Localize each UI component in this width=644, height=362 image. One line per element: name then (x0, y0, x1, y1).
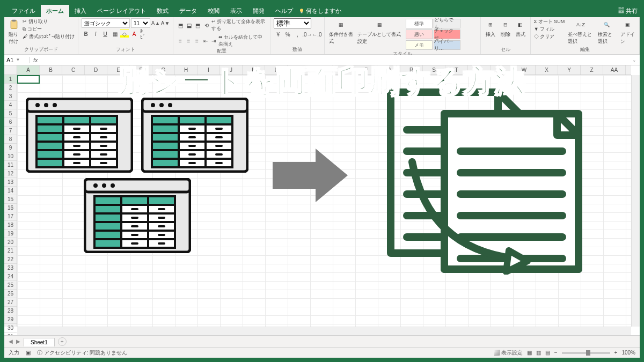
row-header-15[interactable]: 15 (4, 195, 17, 204)
row-header-18[interactable]: 18 (4, 221, 17, 230)
font-color-button[interactable]: A (130, 29, 138, 38)
font-name-select[interactable]: 游ゴシック (82, 18, 130, 28)
col-header-J[interactable]: J (220, 65, 243, 75)
percent-format-button[interactable]: % (283, 30, 292, 39)
cut-button[interactable]: ✂ 切り取り (23, 18, 75, 25)
row-header-3[interactable]: 3 (4, 92, 17, 101)
col-header-U[interactable]: U (468, 65, 491, 75)
align-middle-button[interactable]: ⬓ (185, 21, 193, 29)
row-header-23[interactable]: 23 (4, 264, 17, 272)
col-header-G[interactable]: G (152, 65, 175, 75)
row-header-14[interactable]: 14 (4, 187, 17, 195)
decrease-font-button[interactable]: A▼ (161, 19, 170, 27)
align-bottom-button[interactable]: ⬒ (194, 21, 201, 29)
row-header-22[interactable]: 22 (4, 255, 17, 264)
row-header-13[interactable]: 13 (4, 178, 17, 187)
row-headers[interactable]: 1234567891011121314151617181920212223242… (4, 75, 17, 327)
sort-filter-button[interactable]: A↓Z並べ替えと選択 (567, 18, 595, 46)
row-header-16[interactable]: 16 (4, 204, 17, 212)
row-header-19[interactable]: 19 (4, 230, 17, 238)
format-cells-button[interactable]: ◧書式 (514, 18, 527, 39)
italic-button[interactable]: I (91, 29, 100, 38)
col-header-W[interactable]: W (513, 65, 536, 75)
formula-bar-expand-icon[interactable]: ⌄ (629, 57, 640, 63)
row-header-17[interactable]: 17 (4, 212, 17, 221)
align-right-button[interactable]: ≡ (193, 36, 201, 45)
orientation-button[interactable]: ⟲ (203, 21, 210, 29)
tab-developer[interactable]: 開発 (247, 5, 270, 17)
cell-style-5[interactable]: ハイパーリ… (434, 40, 460, 50)
sheet-nav-next[interactable]: ▶ (16, 338, 20, 344)
col-header-Q[interactable]: Q (378, 65, 400, 75)
macro-record-icon[interactable]: ▣ (26, 350, 31, 356)
row-header-20[interactable]: 20 (4, 238, 17, 247)
copy-button[interactable]: ⧉ コピー (23, 26, 75, 33)
border-button[interactable]: ▦ (111, 29, 119, 38)
select-all-corner[interactable] (4, 65, 17, 75)
align-center-button[interactable]: ≡ (185, 36, 193, 45)
col-header-N[interactable]: N (310, 65, 333, 75)
zoom-out-button[interactable]: − (554, 350, 558, 356)
comma-format-button[interactable]: , (293, 30, 302, 39)
row-header-28[interactable]: 28 (4, 307, 17, 315)
column-headers[interactable]: ABCDEFGHIJKLMNOPQRSTUVWXYZAA (17, 65, 631, 75)
add-sheet-button[interactable]: + (58, 337, 67, 346)
row-header-21[interactable]: 21 (4, 247, 17, 255)
col-header-R[interactable]: R (400, 65, 423, 75)
col-header-B[interactable]: B (40, 65, 62, 75)
increase-decimal-button[interactable]: .0→ (303, 30, 311, 39)
row-header-31[interactable]: 31 (4, 333, 17, 335)
view-page-break-button[interactable]: ▤ (545, 350, 550, 356)
row-header-5[interactable]: 5 (4, 109, 17, 118)
col-header-I[interactable]: I (197, 65, 220, 75)
wrap-text-button[interactable]: ↩ 折り返して全体を表示する (211, 18, 267, 32)
phonetic-button[interactable]: ﾙﾋﾞ (140, 29, 148, 38)
row-header-2[interactable]: 2 (4, 84, 17, 92)
col-header-M[interactable]: M (288, 65, 310, 75)
zoom-in-button[interactable]: + (614, 350, 618, 356)
col-header-K[interactable]: K (243, 65, 265, 75)
sheet-tab-sheet1[interactable]: Sheet1 (24, 338, 55, 346)
tab-help[interactable]: ヘルプ (270, 5, 298, 17)
cell-styles-gallery[interactable]: 標準どちらでも…悪いチェック セ…メモハイパーリ… (405, 18, 477, 50)
view-normal-button[interactable]: ▦ (527, 350, 532, 356)
row-header-27[interactable]: 27 (4, 298, 17, 307)
format-painter-button[interactable]: 🖌 書式のｺﾋﾟｰ/貼り付け (23, 33, 75, 40)
col-header-F[interactable]: F (130, 65, 152, 75)
cell-style-4[interactable]: メモ (406, 40, 433, 50)
find-select-button[interactable]: 🔍検索と選択 (597, 18, 617, 46)
addins-button[interactable]: ▣アドイン (619, 18, 636, 46)
tab-view[interactable]: 表示 (225, 5, 247, 17)
tab-file[interactable]: ファイル (6, 5, 41, 17)
row-header-29[interactable]: 29 (4, 315, 17, 324)
bold-button[interactable]: B (82, 29, 90, 38)
autosum-button[interactable]: Σ オート SUM (534, 18, 565, 25)
row-header-26[interactable]: 26 (4, 290, 17, 298)
insert-cells-button[interactable]: ⊞挿入 (484, 18, 497, 39)
font-size-select[interactable]: 11 (131, 18, 150, 28)
col-header-P[interactable]: P (355, 65, 378, 75)
row-header-30[interactable]: 30 (4, 324, 17, 333)
accessibility-status[interactable]: ⓘ アクセシビリティ: 問題ありません (37, 349, 127, 357)
col-header-L[interactable]: L (265, 65, 288, 75)
col-header-D[interactable]: D (85, 65, 107, 75)
col-header-Z[interactable]: Z (581, 65, 603, 75)
row-header-25[interactable]: 25 (4, 281, 17, 290)
col-header-AA[interactable]: AA (603, 65, 626, 75)
zoom-level[interactable]: 100% (621, 350, 635, 356)
col-header-Y[interactable]: Y (558, 65, 581, 75)
row-header-11[interactable]: 11 (4, 161, 17, 169)
row-header-9[interactable]: 9 (4, 144, 17, 152)
tab-data[interactable]: データ (174, 5, 202, 17)
name-box[interactable]: A1 ▼ (4, 57, 30, 63)
vertical-scrollbar[interactable] (631, 75, 640, 327)
col-header-E[interactable]: E (107, 65, 130, 75)
zoom-slider[interactable] (562, 352, 610, 354)
fill-color-button[interactable]: ◇ (120, 29, 129, 38)
tab-home[interactable]: ホーム (41, 5, 69, 17)
sheet-nav-prev[interactable]: ◀ (9, 338, 13, 344)
decrease-decimal-button[interactable]: ←.0 (312, 30, 321, 39)
worksheet-grid[interactable]: ABCDEFGHIJKLMNOPQRSTUVWXYZAA 12345678910… (4, 65, 640, 335)
col-header-V[interactable]: V (491, 65, 513, 75)
increase-indent-button[interactable]: ⇥ (210, 36, 217, 45)
